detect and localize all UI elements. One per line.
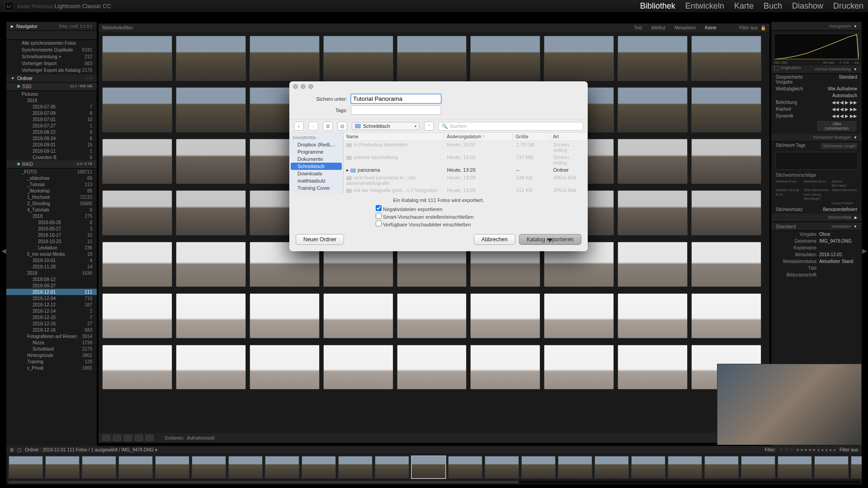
keyword-suggestion[interactable]: Albert Bermann (832, 188, 857, 192)
folder-row[interactable]: 2_Shooting16680 (6, 200, 97, 206)
thumbnail[interactable] (323, 293, 393, 338)
thumbnail[interactable] (691, 190, 761, 235)
module-karte[interactable]: Karte (734, 1, 754, 11)
folder-row[interactable]: 1_Hochzeit72132 (6, 194, 97, 200)
keywording-header[interactable]: Stichwörter festlegen▼ (771, 133, 862, 142)
filmstrip-thumbnail[interactable] (264, 455, 300, 479)
filmstrip-thumbnail[interactable] (631, 455, 666, 479)
collapse-left-icon[interactable]: ◀ (1, 244, 6, 258)
folder-row[interactable]: 2018-10-2311 (6, 238, 97, 244)
filmstrip-thumbnail[interactable] (8, 455, 43, 479)
filmstrip-thumbnail[interactable] (191, 455, 226, 479)
folder-row[interactable]: 2018-12-04718 (6, 295, 97, 301)
filter-tab-attribut[interactable]: Attribut (646, 25, 670, 30)
keyword-suggestion[interactable]: Akemi Bermann (832, 179, 857, 188)
export-option-checkbox[interactable]: Verfügbare Vorschaubilder einschließen (376, 220, 580, 228)
catalog-item[interactable]: Vorheriger Export als Katalog2175 (6, 67, 97, 74)
traffic-close-icon[interactable] (293, 84, 298, 89)
folder-row[interactable]: _Workshop85 (6, 188, 97, 194)
thumbnail[interactable] (618, 36, 688, 81)
keyword-suggestion[interactable] (804, 201, 829, 205)
module-bibliothek[interactable]: Bibliothek (640, 1, 675, 11)
folder-row[interactable]: 2018 (6, 97, 97, 103)
filmstrip-thumbnail[interactable] (814, 455, 849, 479)
thumbnail[interactable] (176, 190, 246, 235)
metadata-row[interactable]: Bildunterschrift (771, 272, 862, 278)
thumbnail[interactable] (544, 36, 614, 81)
file-list-header[interactable]: Name Änderungsdatum ⌃ Größe Art (344, 133, 588, 141)
filmstrip-thumbnail[interactable] (374, 455, 410, 479)
finder-sidebar-item[interactable]: Training Cover (289, 184, 343, 192)
navigator-header[interactable]: ▶Navigator Einp. Ausf. 1:1 3:1 (6, 22, 97, 31)
filmstrip-thumbnail[interactable] (411, 455, 446, 479)
thumbnail[interactable] (176, 36, 246, 81)
filmstrip-thumbnail[interactable] (118, 455, 153, 479)
original-checkbox[interactable]: Originalfoto (780, 66, 801, 70)
folder-row[interactable]: Hintergründe3801 (6, 352, 97, 358)
finder-sidebar-item[interactable]: matthiasbutz (289, 177, 343, 184)
folder-row[interactable]: x_Privat1865 (6, 365, 97, 371)
folder-row[interactable]: Schottland2175 (6, 346, 97, 352)
folder-row[interactable]: 2018-07-0110 (6, 116, 97, 122)
filmstrip-thumbnail[interactable] (777, 455, 812, 479)
thumbnail[interactable] (397, 293, 467, 338)
folder-row[interactable]: 2018-07-057 (6, 103, 97, 110)
thumbnail[interactable] (102, 36, 172, 81)
metadata-row[interactable]: DateinameIMG_9478.DNG (771, 238, 862, 244)
filter-lock-icon[interactable]: 🔒 (760, 25, 766, 30)
sort-value[interactable]: Aufnahmezeit (187, 436, 214, 441)
thumbnail[interactable] (250, 345, 320, 390)
keyword-suggestion[interactable]: Laura Polster (832, 201, 857, 205)
reset-button[interactable]: Alles zurücksetzen (816, 120, 857, 132)
folder-row[interactable]: _Tutorial113 (6, 181, 97, 188)
folder-row[interactable]: 20181636 (6, 270, 97, 276)
thumbnail[interactable] (323, 345, 393, 390)
filmstrip-thumbnail[interactable] (301, 455, 336, 479)
thumbnail[interactable] (470, 345, 540, 390)
folder-row[interactable]: 2018-10-1715 (6, 232, 97, 238)
filmstrip-thumbnail[interactable] (521, 455, 556, 479)
cancel-button[interactable]: Abbrechen (474, 234, 515, 245)
thumbnail[interactable] (102, 293, 172, 338)
filter-tab-text[interactable]: Text (629, 25, 646, 30)
thumbnail[interactable] (544, 293, 614, 338)
tags-input[interactable] (351, 105, 441, 115)
keyword-suggestion[interactable] (832, 192, 857, 201)
thumbnail[interactable] (470, 293, 540, 338)
thumbnail[interactable] (176, 242, 246, 287)
nav-fwd-icon[interactable]: › (308, 122, 318, 131)
finder-sidebar-item[interactable]: Dokumente (289, 155, 343, 163)
folder-row[interactable]: 2018-11-2814 (6, 263, 97, 270)
folder-row[interactable]: 2018-08-226 (6, 129, 97, 135)
export-option-checkbox[interactable]: Negativdateien exportieren (376, 205, 580, 212)
save-as-input[interactable] (351, 94, 441, 103)
folder-row[interactable]: Fotografieren auf Reisen3914 (6, 333, 97, 339)
keyword-input[interactable] (821, 143, 857, 149)
folder-row[interactable]: 2018-09-12 (6, 276, 97, 282)
loupe-view-icon[interactable] (113, 435, 121, 441)
folder-row[interactable]: 2018-09-273 (6, 225, 97, 232)
folder-row[interactable]: 5_me social Media18 (6, 251, 97, 257)
traffic-zoom-icon[interactable] (308, 84, 313, 89)
file-row[interactable]: ▸ panoramaHeute, 13:20--Ordner (344, 166, 588, 174)
keyword-suggestion[interactable]: Natalie Georgi (776, 188, 801, 192)
folder-row[interactable]: 2018-07-098 (6, 110, 97, 116)
export-option-checkbox[interactable]: Smart-Vorschauen erstellen/einschließen (376, 212, 580, 220)
filmstrip-thumbnail[interactable] (484, 455, 519, 479)
metadata-row[interactable]: Titel (771, 265, 862, 272)
keyword-suggestion[interactable] (776, 201, 801, 205)
catalog-item[interactable]: Alle synchronisierten Fotos (6, 40, 97, 47)
metadata-row[interactable]: Metadaten2018-12-01 (771, 251, 862, 258)
filmstrip-thumbnail[interactable] (81, 455, 117, 479)
thumbnail[interactable] (691, 242, 761, 287)
grid-view-icon[interactable] (102, 435, 110, 441)
thumbnail[interactable] (102, 139, 172, 184)
keywordlist-header[interactable]: Stichwortliste▶ (771, 213, 862, 222)
filmstrip-thumbnail[interactable] (741, 455, 776, 479)
keyword-suggestion[interactable]: Emil (776, 192, 801, 201)
folder-row[interactable]: 2018-08-246 (6, 135, 97, 141)
thumbnail[interactable] (618, 139, 688, 184)
module-entwickeln[interactable]: Entwickeln (685, 1, 724, 11)
grid-mode-icon[interactable]: ⊞ (10, 447, 17, 452)
folder-row[interactable]: Nizza1739 (6, 339, 97, 346)
